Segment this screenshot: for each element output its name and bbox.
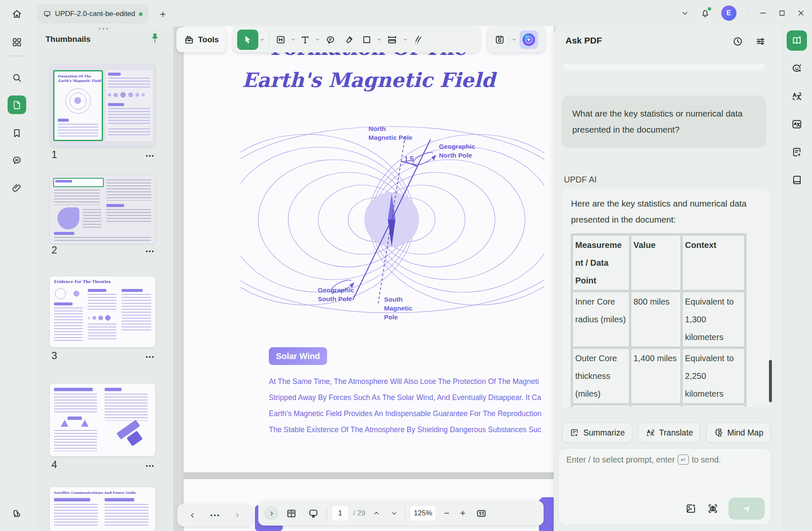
new-tab-button[interactable] — [157, 8, 169, 20]
chevron-right-icon — [268, 510, 275, 517]
search-button[interactable] — [8, 68, 26, 87]
heading-tool-dropdown[interactable] — [289, 37, 297, 42]
thumbnail-page-5[interactable]: Satellite Communications And Power Grids — [50, 487, 155, 531]
select-tool-button[interactable] — [237, 30, 258, 50]
page-tools-button[interactable] — [8, 504, 26, 523]
translate-text-button[interactable] — [787, 86, 807, 106]
thumb4-text-block — [105, 394, 148, 421]
updf-ai-button[interactable] — [520, 30, 538, 49]
measure-tool-button[interactable] — [383, 30, 401, 50]
chevron-right-icon[interactable] — [233, 512, 241, 519]
mindmap-button[interactable]: Mind Map — [706, 422, 771, 443]
thumb1-badge — [58, 119, 69, 122]
thumbnails-panel-button[interactable] — [8, 95, 26, 114]
table-header-row: Measurement / Data Point Value Context — [572, 235, 745, 291]
annotation-toolbar — [233, 27, 480, 52]
translate-az-icon — [791, 90, 803, 102]
home-button[interactable] — [8, 5, 26, 22]
thumb4-badge — [54, 388, 93, 391]
rail-divider — [9, 56, 24, 56]
send-button[interactable] — [728, 498, 765, 520]
minimize-button[interactable] — [759, 9, 767, 17]
maximize-button[interactable] — [778, 9, 786, 17]
pin-panel-button[interactable] — [149, 32, 162, 46]
expand-controls-button[interactable] — [264, 506, 279, 520]
pdf-page-1: Formation Of The Earth's Magnetic Field — [184, 26, 554, 472]
thumb3-title: Evidence For The Theories — [54, 280, 111, 284]
screenshot-button[interactable] — [706, 502, 719, 515]
zoom-level-input[interactable] — [409, 505, 436, 521]
thumb3-planets-row — [88, 315, 111, 321]
highlighter-tool-button[interactable] — [340, 30, 358, 50]
notifications-button[interactable] — [700, 8, 710, 18]
thumbnail-2-more-button[interactable] — [143, 246, 157, 257]
chat-scrollbar[interactable] — [769, 360, 772, 402]
thumb2-text-block — [54, 190, 100, 205]
comments-button[interactable] — [8, 151, 26, 170]
save-button[interactable] — [491, 30, 509, 50]
next-page-button[interactable] — [390, 509, 398, 517]
thumb1-text-block — [108, 78, 150, 89]
chat-settings-button[interactable] — [754, 35, 767, 48]
viewer-controls: / 29 − + — [258, 501, 544, 526]
chat-input[interactable]: Enter / to select prompt, enter ↵ to sen… — [558, 448, 771, 525]
actual-size-button[interactable] — [473, 503, 490, 523]
shape-tool-dropdown[interactable] — [375, 37, 383, 42]
chevron-down-icon — [376, 37, 382, 42]
chevron-left-icon[interactable] — [189, 512, 196, 519]
reader-book-button[interactable] — [787, 170, 807, 190]
previous-page-button[interactable] — [373, 509, 380, 517]
add-image-button[interactable] — [685, 502, 697, 515]
thumb1-text-block — [58, 124, 98, 138]
attachments-button[interactable] — [8, 179, 26, 197]
zoom-out-button[interactable]: − — [441, 508, 452, 519]
zoom-in-button[interactable]: + — [457, 508, 468, 519]
chevron-down-icon[interactable] — [681, 9, 689, 17]
thumbnail-3-more-button[interactable] — [143, 351, 157, 362]
comment-tool-button[interactable] — [321, 30, 340, 50]
thumb4-text-block — [54, 430, 97, 451]
ai-chat-button[interactable] — [787, 58, 807, 79]
text-tool-dropdown[interactable] — [314, 37, 321, 42]
close-button[interactable] — [797, 9, 805, 17]
save-dropdown[interactable] — [510, 37, 518, 42]
thumbnail-page-3[interactable]: Evidence For The Theories — [50, 276, 155, 347]
signature-tool-button[interactable] — [409, 30, 427, 50]
translate-button[interactable]: Translate — [638, 422, 701, 443]
thumbnail-page-2[interactable] — [50, 175, 155, 244]
shape-tool-button[interactable] — [358, 30, 375, 50]
ai-assistant-read-button[interactable] — [787, 30, 807, 51]
thumb1-title-2: Earth's Magnetic Field — [58, 79, 101, 83]
panel-drag-handle[interactable] — [94, 28, 113, 31]
thumbnail-1-more-button[interactable] — [143, 150, 157, 161]
updf-ai-logo-icon — [521, 32, 536, 47]
thumb2-badge — [55, 180, 72, 182]
apps-grid-button[interactable] — [8, 33, 26, 52]
page-total-label: / 29 — [353, 509, 365, 517]
document-tab[interactable]: UPDF-2.0-cant-be-edited — [37, 4, 149, 24]
heading-tool-button[interactable] — [272, 30, 289, 50]
table-cell: Equivalent to 1,300 kilometers — [682, 291, 745, 347]
summarize-panel-button[interactable] — [787, 142, 807, 162]
page-layout-button[interactable] — [283, 503, 300, 523]
summarize-button[interactable]: Summarize — [562, 422, 632, 443]
bookmarks-button[interactable] — [8, 124, 26, 142]
avatar[interactable]: E — [721, 5, 736, 21]
select-tool-dropdown[interactable] — [258, 37, 266, 42]
chat-history-button[interactable] — [731, 35, 744, 48]
bookmark-icon — [11, 128, 22, 139]
page-number-input[interactable] — [331, 505, 349, 521]
comment-bubble-icon — [11, 155, 22, 166]
thumbnail-4-more-button[interactable] — [143, 460, 157, 471]
text-tool-button[interactable] — [297, 30, 314, 50]
measure-tool-dropdown[interactable] — [401, 37, 409, 42]
thumbnail-page-1[interactable]: Formation Of The Earth's Magnetic Field — [50, 64, 155, 147]
tools-button[interactable]: Tools — [176, 27, 226, 52]
presentation-mode-button[interactable] — [304, 503, 322, 523]
mindmap-label: Mind Map — [727, 428, 763, 438]
thumbnail-2-label: 2 — [51, 244, 57, 256]
translate-icon — [645, 428, 655, 438]
translate-page-button[interactable] — [787, 114, 807, 134]
nav-more-button[interactable] — [211, 515, 219, 516]
thumbnail-page-4[interactable] — [50, 384, 155, 456]
